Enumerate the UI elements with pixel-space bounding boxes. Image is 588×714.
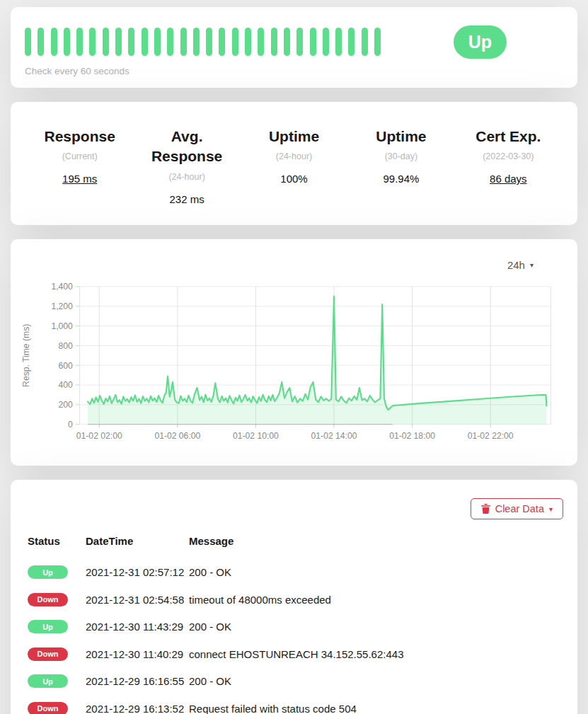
heartbeat-bar[interactable]	[310, 28, 316, 56]
svg-text:400: 400	[59, 381, 74, 391]
event-message: 200 - OK	[189, 667, 563, 695]
svg-text:01-02 14:00: 01-02 14:00	[311, 432, 357, 442]
heartbeat-bar[interactable]	[245, 28, 251, 56]
heartbeat-bar[interactable]	[296, 28, 303, 56]
heartbeat-bar[interactable]	[142, 28, 148, 56]
stat-item: Response (Current) 195 ms	[26, 127, 133, 206]
event-datetime: 2021-12-31 02:54:58	[86, 586, 189, 614]
stat-value: 100%	[245, 173, 343, 185]
heartbeat-bar[interactable]	[128, 28, 134, 56]
heartbeat-bar[interactable]	[284, 28, 290, 56]
stats-card: Response (Current) 195 ms Avg. Response …	[11, 102, 577, 226]
stat-item: Uptime (30-day) 99.94%	[347, 127, 454, 206]
stat-subtitle: (30-day)	[352, 151, 450, 161]
event-row: Up2021-12-30 11:43:29200 - OK	[28, 613, 563, 640]
stat-subtitle: (24-hour)	[137, 172, 236, 182]
event-message: 200 - OK	[189, 613, 563, 640]
trash-icon	[481, 504, 490, 514]
stat-value: 232 ms	[137, 193, 236, 205]
stat-item: Avg. Response (24-hour) 232 ms	[133, 127, 240, 206]
event-message: connect EHOSTUNREACH 34.152.55.62:443	[189, 640, 563, 668]
heartbeat-bar[interactable]	[258, 28, 264, 56]
heartbeat-bar[interactable]	[180, 28, 187, 56]
event-datetime: 2021-12-30 11:40:29	[86, 640, 189, 668]
event-datetime: 2021-12-30 11:43:29	[86, 613, 189, 640]
chart-period-label: 24h	[507, 259, 525, 271]
heartbeat-bar[interactable]	[374, 28, 381, 56]
heartbeat-card: Up Check every 60 seconds	[11, 7, 577, 88]
heartbeat-bar[interactable]	[154, 28, 161, 56]
svg-text:0: 0	[68, 420, 73, 430]
status-badge: Up	[28, 674, 68, 688]
heartbeat-bar[interactable]	[103, 28, 109, 56]
stat-title: Uptime	[245, 127, 343, 147]
event-datetime: 2021-12-31 02:57:12	[86, 558, 189, 586]
event-message: Request failed with status code 504	[189, 695, 563, 714]
stat-title: Response	[30, 127, 129, 147]
status-badge: Down	[28, 593, 68, 606]
heartbeat-bar-list[interactable]	[25, 28, 454, 56]
event-datetime: 2021-12-29 16:16:55	[86, 667, 189, 695]
heartbeat-bar[interactable]	[167, 28, 173, 56]
heartbeat-bar[interactable]	[51, 28, 57, 56]
column-header-datetime: DateTime	[86, 531, 189, 558]
stat-title: Avg. Response	[137, 127, 236, 168]
status-badge: Up	[28, 565, 68, 579]
stat-value[interactable]: 195 ms	[30, 173, 129, 185]
event-datetime: 2021-12-29 16:13:52	[86, 695, 189, 714]
heartbeat-bar[interactable]	[25, 28, 31, 56]
svg-text:01-02 10:00: 01-02 10:00	[233, 432, 279, 442]
svg-text:01-02 22:00: 01-02 22:00	[468, 432, 514, 442]
clear-data-label: Clear Data	[495, 503, 544, 514]
status-badge: Down	[28, 702, 68, 714]
event-message: timeout of 48000ms exceeded	[189, 586, 563, 614]
check-interval-text: Check every 60 seconds	[25, 66, 563, 76]
status-badge: Up	[454, 25, 507, 59]
heartbeat-row: Up	[25, 25, 563, 59]
column-header-message: Message	[189, 531, 563, 558]
stat-subtitle: (2022-03-30)	[459, 151, 558, 161]
svg-text:800: 800	[59, 341, 74, 351]
heartbeat-bar[interactable]	[193, 28, 200, 56]
svg-text:Resp. Time (ms): Resp. Time (ms)	[21, 324, 31, 387]
stat-title: Uptime	[352, 127, 450, 147]
heartbeat-bar[interactable]	[89, 28, 96, 56]
status-badge: Down	[28, 647, 68, 661]
heartbeat-bar[interactable]	[232, 28, 238, 56]
stat-subtitle: (Current)	[30, 151, 129, 161]
svg-text:1,400: 1,400	[51, 282, 73, 292]
heartbeat-bar[interactable]	[76, 28, 83, 56]
event-row: Up2021-12-31 02:57:12200 - OK	[28, 558, 563, 586]
chevron-down-icon: ▾	[549, 505, 553, 513]
stat-subtitle: (24-hour)	[245, 151, 343, 161]
heartbeat-bar[interactable]	[362, 28, 368, 56]
stat-title: Cert Exp.	[459, 127, 558, 147]
response-chart[interactable]: 02004006008001,0001,2001,40001-02 02:000…	[18, 275, 562, 453]
heartbeat-bar[interactable]	[64, 28, 70, 56]
svg-text:1,200: 1,200	[51, 302, 73, 312]
heartbeat-bar[interactable]	[271, 28, 277, 56]
stat-value: 99.94%	[352, 173, 450, 185]
clear-data-button[interactable]: Clear Data ▾	[471, 498, 563, 519]
event-row: Up2021-12-29 16:16:55200 - OK	[28, 667, 563, 695]
chart-period-dropdown[interactable]: 24h ▾	[507, 259, 534, 271]
event-table: Status DateTime Message Up2021-12-31 02:…	[28, 531, 563, 714]
svg-text:01-02 02:00: 01-02 02:00	[76, 432, 122, 442]
stat-item: Uptime (24-hour) 100%	[241, 127, 347, 206]
heartbeat-bar[interactable]	[323, 28, 329, 56]
chart-card: 24h ▾ 02004006008001,0001,2001,40001-02 …	[11, 239, 577, 466]
heartbeat-bar[interactable]	[219, 28, 225, 56]
heartbeat-bar[interactable]	[115, 28, 122, 56]
heartbeat-bar[interactable]	[38, 28, 44, 56]
heartbeat-bar[interactable]	[348, 28, 354, 56]
stat-value[interactable]: 86 days	[459, 173, 558, 185]
stat-item: Cert Exp. (2022-03-30) 86 days	[455, 127, 562, 206]
heartbeat-bar[interactable]	[335, 28, 342, 56]
svg-text:01-02 18:00: 01-02 18:00	[389, 432, 435, 442]
svg-text:600: 600	[59, 361, 74, 371]
events-card: Clear Data ▾ Status DateTime Message Up2…	[11, 480, 577, 714]
heartbeat-bar[interactable]	[206, 28, 212, 56]
event-row: Down2021-12-30 11:40:29connect EHOSTUNRE…	[28, 640, 563, 668]
svg-text:200: 200	[59, 401, 74, 410]
svg-text:1,000: 1,000	[51, 321, 73, 331]
